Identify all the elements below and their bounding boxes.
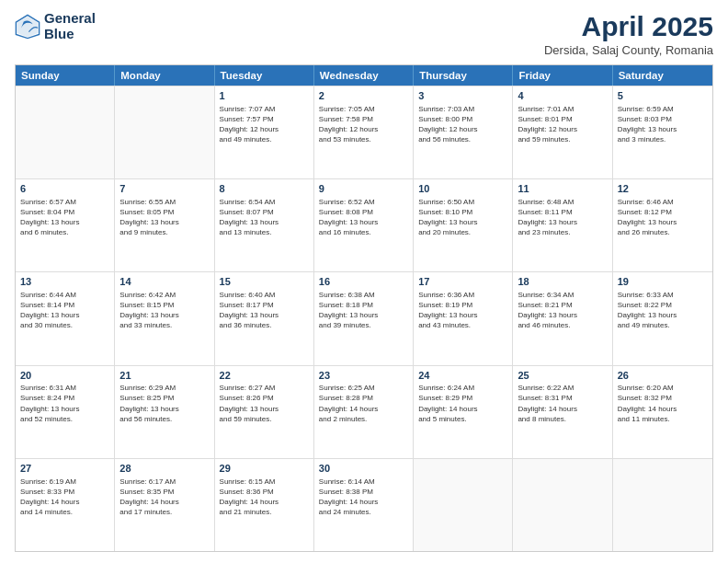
calendar-row-5: 27Sunrise: 6:19 AM Sunset: 8:33 PM Dayli…	[16, 458, 712, 551]
day-number: 5	[618, 89, 708, 103]
day-number: 16	[319, 275, 408, 289]
header: General Blue April 2025 Dersida, Salaj C…	[15, 11, 713, 57]
cal-cell: 17Sunrise: 6:36 AM Sunset: 8:19 PM Dayli…	[414, 272, 513, 364]
cal-cell	[613, 459, 712, 551]
day-number: 10	[418, 182, 507, 196]
day-number: 8	[220, 182, 309, 196]
cell-info: Sunrise: 6:33 AM Sunset: 8:22 PM Dayligh…	[618, 290, 708, 330]
cal-cell: 12Sunrise: 6:46 AM Sunset: 8:12 PM Dayli…	[613, 179, 712, 271]
cal-cell: 2Sunrise: 7:05 AM Sunset: 7:58 PM Daylig…	[314, 86, 414, 178]
cal-cell: 19Sunrise: 6:33 AM Sunset: 8:22 PM Dayli…	[613, 272, 712, 364]
calendar-row-2: 6Sunrise: 6:57 AM Sunset: 8:04 PM Daylig…	[16, 178, 712, 271]
cell-info: Sunrise: 6:50 AM Sunset: 8:10 PM Dayligh…	[418, 197, 507, 237]
cell-info: Sunrise: 6:52 AM Sunset: 8:08 PM Dayligh…	[319, 197, 408, 237]
cell-info: Sunrise: 7:01 AM Sunset: 8:01 PM Dayligh…	[518, 104, 607, 144]
cell-info: Sunrise: 6:15 AM Sunset: 8:36 PM Dayligh…	[220, 477, 309, 517]
cell-info: Sunrise: 6:48 AM Sunset: 8:11 PM Dayligh…	[518, 197, 607, 237]
day-number: 29	[220, 462, 309, 476]
title-section: April 2025 Dersida, Salaj County, Romani…	[544, 11, 713, 57]
day-number: 9	[319, 182, 408, 196]
cal-cell: 30Sunrise: 6:14 AM Sunset: 8:38 PM Dayli…	[314, 459, 414, 551]
cal-cell: 6Sunrise: 6:57 AM Sunset: 8:04 PM Daylig…	[16, 179, 115, 271]
cell-info: Sunrise: 6:22 AM Sunset: 8:31 PM Dayligh…	[518, 383, 607, 423]
cal-cell: 8Sunrise: 6:54 AM Sunset: 8:07 PM Daylig…	[215, 179, 314, 271]
cal-cell: 16Sunrise: 6:38 AM Sunset: 8:18 PM Dayli…	[314, 272, 414, 364]
cal-cell: 24Sunrise: 6:24 AM Sunset: 8:29 PM Dayli…	[414, 366, 513, 458]
day-number: 17	[418, 275, 507, 289]
day-number: 12	[618, 182, 708, 196]
cell-info: Sunrise: 6:55 AM Sunset: 8:05 PM Dayligh…	[119, 197, 209, 237]
cell-info: Sunrise: 7:05 AM Sunset: 7:58 PM Dayligh…	[319, 104, 408, 144]
cal-cell	[414, 459, 513, 551]
calendar-header: Sunday Monday Tuesday Wednesday Thursday…	[16, 65, 712, 86]
day-number: 28	[119, 462, 209, 476]
cal-cell: 7Sunrise: 6:55 AM Sunset: 8:05 PM Daylig…	[115, 179, 214, 271]
cell-info: Sunrise: 6:46 AM Sunset: 8:12 PM Dayligh…	[618, 197, 708, 237]
calendar-row-4: 20Sunrise: 6:31 AM Sunset: 8:24 PM Dayli…	[16, 365, 712, 458]
cell-info: Sunrise: 6:24 AM Sunset: 8:29 PM Dayligh…	[418, 383, 507, 423]
month-title: April 2025	[544, 11, 713, 41]
day-number: 1	[220, 89, 309, 103]
location: Dersida, Salaj County, Romania	[544, 43, 713, 57]
cell-info: Sunrise: 6:36 AM Sunset: 8:19 PM Dayligh…	[418, 290, 507, 330]
cell-info: Sunrise: 6:14 AM Sunset: 8:38 PM Dayligh…	[319, 477, 408, 517]
day-number: 14	[119, 275, 209, 289]
day-number: 24	[418, 369, 507, 383]
calendar-row-3: 13Sunrise: 6:44 AM Sunset: 8:14 PM Dayli…	[16, 271, 712, 364]
header-wednesday: Wednesday	[314, 65, 414, 86]
header-saturday: Saturday	[613, 65, 712, 86]
cell-info: Sunrise: 6:42 AM Sunset: 8:15 PM Dayligh…	[119, 290, 209, 330]
cal-cell: 9Sunrise: 6:52 AM Sunset: 8:08 PM Daylig…	[314, 179, 414, 271]
cal-cell: 26Sunrise: 6:20 AM Sunset: 8:32 PM Dayli…	[613, 366, 712, 458]
cal-cell: 10Sunrise: 6:50 AM Sunset: 8:10 PM Dayli…	[414, 179, 513, 271]
logo-icon	[15, 14, 40, 40]
cell-info: Sunrise: 6:31 AM Sunset: 8:24 PM Dayligh…	[20, 383, 109, 423]
cell-info: Sunrise: 6:29 AM Sunset: 8:25 PM Dayligh…	[119, 383, 209, 423]
day-number: 23	[319, 369, 408, 383]
cal-cell: 11Sunrise: 6:48 AM Sunset: 8:11 PM Dayli…	[513, 179, 612, 271]
cal-cell: 21Sunrise: 6:29 AM Sunset: 8:25 PM Dayli…	[115, 366, 214, 458]
calendar-body: 1Sunrise: 7:07 AM Sunset: 7:57 PM Daylig…	[16, 86, 712, 551]
day-number: 2	[319, 89, 408, 103]
cell-info: Sunrise: 6:19 AM Sunset: 8:33 PM Dayligh…	[20, 477, 109, 517]
header-tuesday: Tuesday	[215, 65, 314, 86]
day-number: 6	[20, 182, 109, 196]
cal-cell: 1Sunrise: 7:07 AM Sunset: 7:57 PM Daylig…	[215, 86, 314, 178]
cal-cell: 18Sunrise: 6:34 AM Sunset: 8:21 PM Dayli…	[513, 272, 612, 364]
cell-info: Sunrise: 6:34 AM Sunset: 8:21 PM Dayligh…	[518, 290, 607, 330]
day-number: 3	[418, 89, 507, 103]
cell-info: Sunrise: 6:59 AM Sunset: 8:03 PM Dayligh…	[618, 104, 708, 144]
cal-cell: 14Sunrise: 6:42 AM Sunset: 8:15 PM Dayli…	[115, 272, 214, 364]
day-number: 26	[618, 369, 708, 383]
cal-cell	[115, 86, 214, 178]
calendar-row-1: 1Sunrise: 7:07 AM Sunset: 7:57 PM Daylig…	[16, 86, 712, 178]
cell-info: Sunrise: 6:25 AM Sunset: 8:28 PM Dayligh…	[319, 383, 408, 423]
cal-cell: 20Sunrise: 6:31 AM Sunset: 8:24 PM Dayli…	[16, 366, 115, 458]
day-number: 27	[20, 462, 109, 476]
cell-info: Sunrise: 6:40 AM Sunset: 8:17 PM Dayligh…	[220, 290, 309, 330]
cal-cell: 25Sunrise: 6:22 AM Sunset: 8:31 PM Dayli…	[513, 366, 612, 458]
cell-info: Sunrise: 6:17 AM Sunset: 8:35 PM Dayligh…	[119, 477, 209, 517]
cell-info: Sunrise: 6:44 AM Sunset: 8:14 PM Dayligh…	[20, 290, 109, 330]
cal-cell: 5Sunrise: 6:59 AM Sunset: 8:03 PM Daylig…	[613, 86, 712, 178]
cell-info: Sunrise: 6:20 AM Sunset: 8:32 PM Dayligh…	[618, 383, 708, 423]
cell-info: Sunrise: 6:38 AM Sunset: 8:18 PM Dayligh…	[319, 290, 408, 330]
cell-info: Sunrise: 6:54 AM Sunset: 8:07 PM Dayligh…	[220, 197, 309, 237]
header-thursday: Thursday	[414, 65, 513, 86]
header-friday: Friday	[513, 65, 612, 86]
day-number: 21	[119, 369, 209, 383]
header-sunday: Sunday	[16, 65, 115, 86]
cell-info: Sunrise: 7:03 AM Sunset: 8:00 PM Dayligh…	[418, 104, 507, 144]
day-number: 4	[518, 89, 607, 103]
day-number: 18	[518, 275, 607, 289]
day-number: 11	[518, 182, 607, 196]
cal-cell: 28Sunrise: 6:17 AM Sunset: 8:35 PM Dayli…	[115, 459, 214, 551]
day-number: 25	[518, 369, 607, 383]
cal-cell: 15Sunrise: 6:40 AM Sunset: 8:17 PM Dayli…	[215, 272, 314, 364]
logo: General Blue	[15, 11, 96, 41]
cell-info: Sunrise: 6:57 AM Sunset: 8:04 PM Dayligh…	[20, 197, 109, 237]
day-number: 15	[220, 275, 309, 289]
cal-cell	[16, 86, 115, 178]
calendar: Sunday Monday Tuesday Wednesday Thursday…	[15, 64, 713, 552]
cell-info: Sunrise: 7:07 AM Sunset: 7:57 PM Dayligh…	[220, 104, 309, 144]
